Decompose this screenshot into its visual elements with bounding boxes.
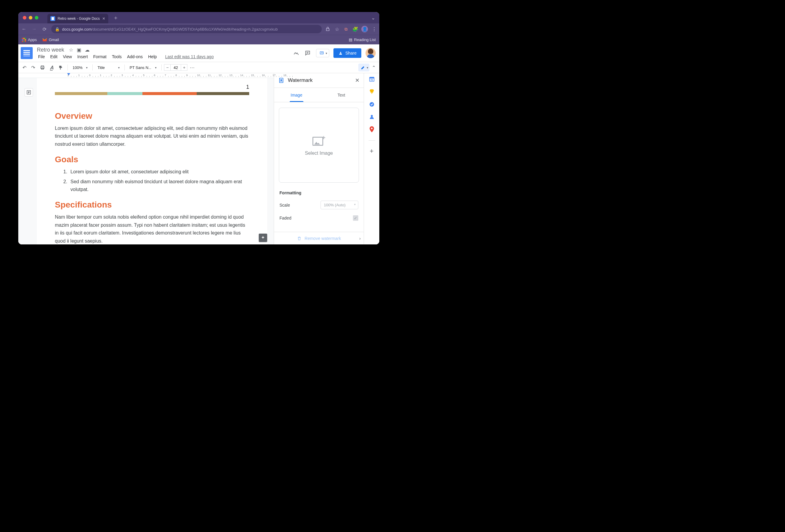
- docs-favicon-icon: [50, 16, 55, 21]
- menu-file[interactable]: File: [36, 54, 47, 60]
- paragraph-style-select[interactable]: Title▾: [95, 64, 122, 71]
- editing-mode-select[interactable]: ▾: [358, 64, 370, 71]
- comments-icon[interactable]: [305, 50, 312, 56]
- tab-image[interactable]: Image: [274, 88, 319, 102]
- heading-overview[interactable]: Overview: [55, 111, 249, 121]
- side-panel: 31 +: [364, 73, 379, 245]
- header-color-stripe: [55, 92, 249, 95]
- activity-icon[interactable]: [293, 50, 300, 56]
- window-close[interactable]: [23, 16, 26, 20]
- heading-specifications[interactable]: Specifications: [55, 200, 249, 210]
- goals-list[interactable]: Lorem ipsum dolor sit amet, consectetuer…: [55, 168, 249, 194]
- list-item[interactable]: Sed diam nonummy nibh euismod tincidunt …: [69, 178, 249, 194]
- account-avatar-icon[interactable]: [365, 48, 376, 58]
- redo-icon[interactable]: ↷: [29, 64, 37, 72]
- tab-overflow-button[interactable]: ⌄: [371, 15, 379, 21]
- lock-icon: 🔒: [55, 27, 60, 31]
- apps-shortcut[interactable]: Apps: [22, 37, 37, 42]
- gmail-shortcut[interactable]: Gmail: [42, 37, 59, 42]
- horizontal-ruler[interactable]: 210123456789101112131415161718: [18, 73, 274, 78]
- window-maximize[interactable]: [35, 16, 39, 20]
- doc-title-area: Retro week ☆ ▣ ☁ File Edit View Insert F…: [36, 46, 216, 60]
- font-size-input[interactable]: [171, 64, 181, 71]
- image-placeholder-icon: +: [312, 134, 326, 146]
- tab-text[interactable]: Text: [319, 88, 364, 102]
- font-size-increase[interactable]: +: [181, 64, 187, 71]
- extension-icon[interactable]: ⧉: [343, 27, 349, 32]
- close-tab-icon[interactable]: ✕: [102, 17, 105, 21]
- formatting-heading: Formatting: [274, 188, 364, 198]
- paint-format-icon[interactable]: [56, 64, 65, 71]
- maps-icon[interactable]: [369, 127, 375, 132]
- faded-checkbox[interactable]: ✓: [353, 215, 358, 221]
- profile-avatar-icon[interactable]: 👤: [361, 26, 368, 32]
- browser-tab[interactable]: Retro week - Google Docs ✕: [47, 14, 108, 23]
- paragraph[interactable]: Lorem ipsum dolor sit amet, consectetuer…: [55, 124, 249, 148]
- print-icon[interactable]: [38, 64, 47, 71]
- bookmark-star-icon[interactable]: ☆: [334, 26, 340, 32]
- zoom-select[interactable]: 100%▾: [70, 64, 90, 71]
- window-minimize[interactable]: [29, 16, 32, 20]
- url-text: docs.google.com/document/d/1xG1zOE4X_HgQ…: [62, 27, 318, 31]
- undo-icon[interactable]: ↶: [21, 64, 28, 72]
- menu-addons[interactable]: Add-ons: [125, 54, 145, 60]
- expand-panel-icon[interactable]: ›: [359, 236, 361, 241]
- watermark-header: Watermark ✕: [274, 73, 364, 88]
- tasks-icon[interactable]: [369, 101, 375, 107]
- new-tab-button[interactable]: ＋: [113, 14, 119, 21]
- url-field[interactable]: 🔒 docs.google.com/document/d/1xG1zOE4X_H…: [51, 25, 322, 33]
- menu-help[interactable]: Help: [146, 54, 159, 60]
- share-url-icon[interactable]: [325, 27, 331, 31]
- extensions-puzzle-icon[interactable]: 🧩: [352, 26, 358, 32]
- font-size-control: − +: [164, 64, 187, 71]
- scale-select: 100% (Auto): [321, 201, 358, 209]
- last-edit-link[interactable]: Last edit was 11 days ago: [163, 54, 216, 60]
- spellcheck-icon[interactable]: A̲: [48, 64, 55, 72]
- font-size-decrease[interactable]: −: [164, 64, 171, 71]
- keep-icon[interactable]: [369, 89, 375, 95]
- svg-point-12: [371, 128, 373, 129]
- menu-view[interactable]: View: [60, 54, 74, 60]
- svg-point-11: [371, 115, 373, 117]
- star-icon[interactable]: ☆: [69, 47, 73, 53]
- list-item[interactable]: Lorem ipsum dolor sit amet, consectetuer…: [69, 168, 249, 176]
- menu-format[interactable]: Format: [91, 54, 109, 60]
- add-addon-icon[interactable]: +: [370, 147, 374, 155]
- calendar-icon[interactable]: 31: [369, 76, 375, 82]
- paragraph[interactable]: Nam liber tempor cum soluta nobis eleife…: [55, 213, 249, 245]
- contacts-icon[interactable]: [369, 114, 375, 120]
- close-sidebar-icon[interactable]: ✕: [355, 77, 359, 84]
- scale-row: Scale 100% (Auto): [274, 198, 364, 212]
- chevron-down-icon: ▾: [367, 66, 368, 69]
- reading-list-button[interactable]: ▤ Reading List: [349, 37, 376, 42]
- titlebar: Retro week - Google Docs ✕ ＋ ⌄: [18, 12, 379, 23]
- nav-reload-icon[interactable]: ⟳: [41, 26, 48, 32]
- present-button[interactable]: ▾: [316, 49, 329, 57]
- toolbar-more-icon[interactable]: ⋯: [188, 65, 196, 71]
- svg-rect-3: [42, 68, 44, 69]
- browser-window: Retro week - Google Docs ✕ ＋ ⌄ ← → ⟳ 🔒 d…: [18, 12, 379, 245]
- document-title[interactable]: Retro week: [36, 47, 66, 53]
- window-controls: [18, 16, 39, 20]
- menu-insert[interactable]: Insert: [75, 54, 90, 60]
- share-button[interactable]: Share: [333, 48, 361, 58]
- menu-edit[interactable]: Edit: [48, 54, 60, 60]
- document-canvas: 210123456789101112131415161718 1 Overvie…: [18, 73, 274, 245]
- nav-back-icon[interactable]: ←: [21, 26, 27, 32]
- heading-goals[interactable]: Goals: [55, 155, 249, 164]
- page[interactable]: 1 Overview Lorem ipsum dolor sit amet, c…: [37, 78, 267, 245]
- docs-logo-icon[interactable]: [21, 47, 33, 59]
- explore-button[interactable]: [259, 234, 267, 242]
- watermark-title: Watermark: [288, 77, 313, 83]
- menu-tools[interactable]: Tools: [109, 54, 124, 60]
- document-outline-icon[interactable]: [25, 88, 33, 97]
- collapse-toolbar-icon[interactable]: ⌃: [371, 64, 377, 72]
- browser-menu-icon[interactable]: ⋮: [372, 26, 377, 32]
- select-image-button[interactable]: + Select Image: [279, 108, 359, 183]
- docs-header: Retro week ☆ ▣ ☁ File Edit View Insert F…: [18, 44, 379, 62]
- font-select[interactable]: PT Sans N…▾: [127, 64, 159, 71]
- remove-watermark-button: Remove watermark ›: [274, 232, 364, 245]
- scale-label: Scale: [279, 203, 290, 207]
- move-folder-icon[interactable]: ▣: [77, 47, 81, 53]
- cloud-status-icon[interactable]: ☁: [85, 47, 90, 53]
